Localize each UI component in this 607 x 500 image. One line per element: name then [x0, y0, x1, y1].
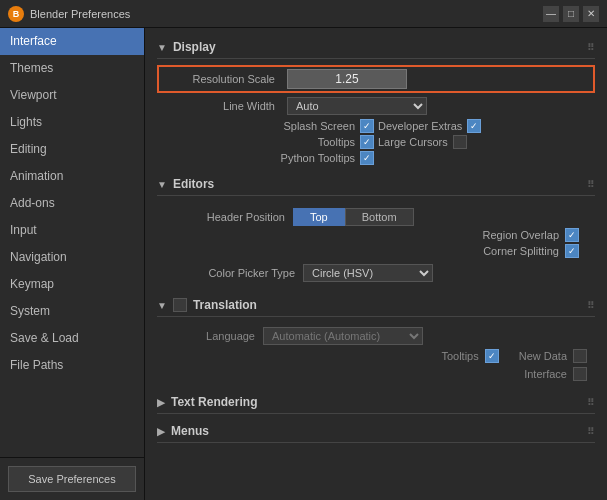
- color-picker-row: Color Picker Type Circle (HSV) Circle (H…: [165, 262, 587, 284]
- minimize-button[interactable]: —: [543, 6, 559, 22]
- header-position-row: Header Position Top Bottom: [165, 206, 587, 228]
- language-select[interactable]: Automatic (Automatic): [263, 327, 423, 345]
- language-label: Language: [165, 330, 255, 342]
- line-width-label: Line Width: [165, 100, 275, 112]
- editors-triangle-icon: ▼: [157, 179, 167, 190]
- editors-section-header[interactable]: ▼ Editors ⠿: [157, 173, 595, 196]
- sidebar-item-system[interactable]: System: [0, 298, 144, 325]
- tooltips-checkbox[interactable]: [360, 135, 374, 149]
- interface-checkbox[interactable]: [573, 367, 587, 381]
- sidebar: Interface Themes Viewport Lights Editing…: [0, 28, 145, 500]
- translation-drag-handle: ⠿: [587, 300, 595, 311]
- new-data-checkbox[interactable]: [573, 349, 587, 363]
- close-button[interactable]: ✕: [583, 6, 599, 22]
- sidebar-spacer: [0, 379, 144, 457]
- content-area: ▼ Display ⠿ Resolution Scale Line Width …: [145, 28, 607, 500]
- python-tooltips-label: Python Tooltips: [281, 152, 355, 164]
- color-picker-type-label: Color Picker Type: [165, 267, 295, 279]
- corner-splitting-item: Corner Splitting: [483, 244, 579, 258]
- translation-enable-checkbox[interactable]: [173, 298, 187, 312]
- maximize-button[interactable]: □: [563, 6, 579, 22]
- text-rendering-triangle-icon: ▶: [157, 397, 165, 408]
- main-layout: Interface Themes Viewport Lights Editing…: [0, 28, 607, 500]
- translation-triangle-icon: ▼: [157, 300, 167, 311]
- trans-tooltips-label: Tooltips: [441, 350, 478, 362]
- editors-checkboxes: Region Overlap Corner Splitting: [165, 228, 587, 258]
- sidebar-item-navigation[interactable]: Navigation: [0, 244, 144, 271]
- menus-header[interactable]: ▶ Menus ⠿: [157, 420, 595, 443]
- translation-section: ▼ Translation ⠿ Language Automatic (Auto…: [157, 294, 595, 385]
- header-position-label: Header Position: [165, 211, 285, 223]
- developer-extras-label: Developer Extras: [378, 120, 462, 132]
- resolution-scale-label: Resolution Scale: [165, 73, 275, 85]
- text-rendering-label: Text Rendering: [171, 395, 257, 409]
- trans-tooltips-item: Tooltips: [441, 349, 498, 363]
- developer-extras-checkbox[interactable]: [467, 119, 481, 133]
- sidebar-item-input[interactable]: Input: [0, 217, 144, 244]
- text-rendering-section: ▶ Text Rendering ⠿: [157, 391, 595, 414]
- new-data-item: New Data: [519, 349, 587, 363]
- editors-section: ▼ Editors ⠿ Header Position Top Bottom R…: [157, 173, 595, 288]
- translation-section-header[interactable]: ▼ Translation ⠿: [157, 294, 595, 317]
- app-icon: B: [8, 6, 24, 22]
- resolution-scale-input[interactable]: [287, 69, 407, 89]
- menus-label: Menus: [171, 424, 209, 438]
- display-section: ▼ Display ⠿ Resolution Scale Line Width …: [157, 36, 595, 167]
- display-checkboxes: Splash Screen Developer Extras Tooltips …: [157, 117, 595, 167]
- editors-drag-handle: ⠿: [587, 179, 595, 190]
- header-position-toggle: Top Bottom: [293, 208, 414, 226]
- new-data-label: New Data: [519, 350, 567, 362]
- splash-screen-checkbox[interactable]: [360, 119, 374, 133]
- header-bottom-button[interactable]: Bottom: [345, 208, 414, 226]
- window-title: Blender Preferences: [30, 8, 543, 20]
- menus-section: ▶ Menus ⠿: [157, 420, 595, 443]
- trans-tooltips-checkbox[interactable]: [485, 349, 499, 363]
- menus-triangle-icon: ▶: [157, 426, 165, 437]
- python-tooltips-item: Python Tooltips: [165, 151, 374, 165]
- save-preferences-button[interactable]: Save Preferences: [8, 466, 136, 492]
- editors-section-label: Editors: [173, 177, 214, 191]
- display-section-header[interactable]: ▼ Display ⠿: [157, 36, 595, 59]
- region-overlap-item: Region Overlap: [483, 228, 579, 242]
- region-overlap-checkbox[interactable]: [565, 228, 579, 242]
- large-cursors-item: Large Cursors: [378, 135, 587, 149]
- sidebar-item-lights[interactable]: Lights: [0, 109, 144, 136]
- splash-screen-label: Splash Screen: [283, 120, 355, 132]
- corner-splitting-checkbox[interactable]: [565, 244, 579, 258]
- line-width-row: Line Width Auto Thin Normal Thick: [157, 95, 595, 117]
- sidebar-item-editing[interactable]: Editing: [0, 136, 144, 163]
- sidebar-item-file-paths[interactable]: File Paths: [0, 352, 144, 379]
- sidebar-item-viewport[interactable]: Viewport: [0, 82, 144, 109]
- large-cursors-checkbox[interactable]: [453, 135, 467, 149]
- sidebar-item-save-load[interactable]: Save & Load: [0, 325, 144, 352]
- sidebar-item-themes[interactable]: Themes: [0, 55, 144, 82]
- line-width-select[interactable]: Auto Thin Normal Thick: [287, 97, 427, 115]
- splash-screen-item: Splash Screen: [165, 119, 374, 133]
- header-top-button[interactable]: Top: [293, 208, 345, 226]
- title-bar: B Blender Preferences — □ ✕: [0, 0, 607, 28]
- language-row: Language Automatic (Automatic): [165, 325, 587, 347]
- editors-body: Header Position Top Bottom Region Overla…: [157, 202, 595, 288]
- resolution-scale-row: Resolution Scale: [157, 65, 595, 93]
- tooltips-item: Tooltips: [165, 135, 374, 149]
- developer-extras-item: Developer Extras: [378, 119, 587, 133]
- display-section-label: Display: [173, 40, 216, 54]
- sidebar-bottom: Save Preferences: [0, 457, 144, 500]
- interface-label: Interface: [524, 368, 567, 380]
- region-overlap-label: Region Overlap: [483, 229, 559, 241]
- large-cursors-label: Large Cursors: [378, 136, 448, 148]
- translation-body: Language Automatic (Automatic) Tooltips …: [157, 323, 595, 385]
- corner-splitting-label: Corner Splitting: [483, 245, 559, 257]
- window-controls: — □ ✕: [543, 6, 599, 22]
- display-drag-handle: ⠿: [587, 42, 595, 53]
- color-picker-select[interactable]: Circle (HSV) Circle (HSL) Square (SV+H) …: [303, 264, 433, 282]
- sidebar-item-interface[interactable]: Interface: [0, 28, 144, 55]
- menus-drag-handle: ⠿: [587, 426, 595, 437]
- text-rendering-header[interactable]: ▶ Text Rendering ⠿: [157, 391, 595, 414]
- display-triangle-icon: ▼: [157, 42, 167, 53]
- tooltips-label: Tooltips: [318, 136, 355, 148]
- python-tooltips-checkbox[interactable]: [360, 151, 374, 165]
- sidebar-item-addons[interactable]: Add-ons: [0, 190, 144, 217]
- sidebar-item-keymap[interactable]: Keymap: [0, 271, 144, 298]
- sidebar-item-animation[interactable]: Animation: [0, 163, 144, 190]
